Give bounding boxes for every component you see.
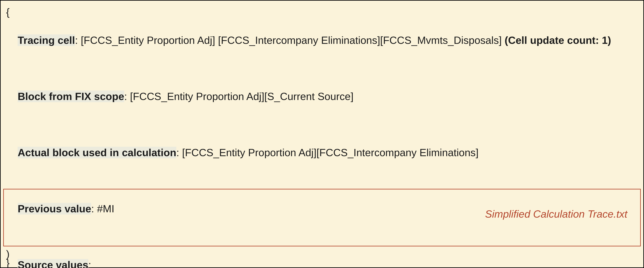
block-fix-label: Block from FIX scope (18, 91, 124, 102)
source-values-colon: : (88, 259, 91, 268)
brace-open: { (6, 5, 638, 19)
blank-3 (6, 174, 638, 188)
actual-block-value: : [FCCS_Entity Proportion Adj][FCCS_Inte… (176, 147, 478, 158)
callout-caption: Simplified Calculation Trace.txt (485, 207, 627, 221)
brace-close: } (6, 256, 10, 268)
tracing-cell-label: Tracing cell (18, 34, 75, 46)
tracing-cell-row: Tracing cell: [FCCS_Entity Proportion Ad… (6, 19, 638, 61)
tracing-cell-value: : [FCCS_Entity Proportion Adj] [FCCS_Int… (75, 34, 504, 46)
block-fix-value: : [FCCS_Entity Proportion Adj][S_Current… (124, 91, 354, 102)
source-values-label: Source values (18, 259, 88, 268)
actual-block-row: Actual block used in calculation: [FCCS_… (6, 132, 638, 174)
trace-panel: { Tracing cell: [FCCS_Entity Proportion … (0, 0, 644, 268)
cell-update-count: (Cell update count: 1) (504, 34, 611, 46)
previous-value-label: Previous value (18, 203, 91, 215)
actual-block-label: Actual block used in calculation (18, 147, 176, 158)
blank-1 (6, 61, 638, 75)
blank-4 (6, 230, 638, 244)
blank-2 (6, 118, 638, 132)
source-values-row: Source values: (6, 244, 638, 268)
block-fix-row: Block from FIX scope: [FCCS_Entity Propo… (6, 75, 638, 118)
previous-value-value: : #MI (91, 203, 114, 215)
